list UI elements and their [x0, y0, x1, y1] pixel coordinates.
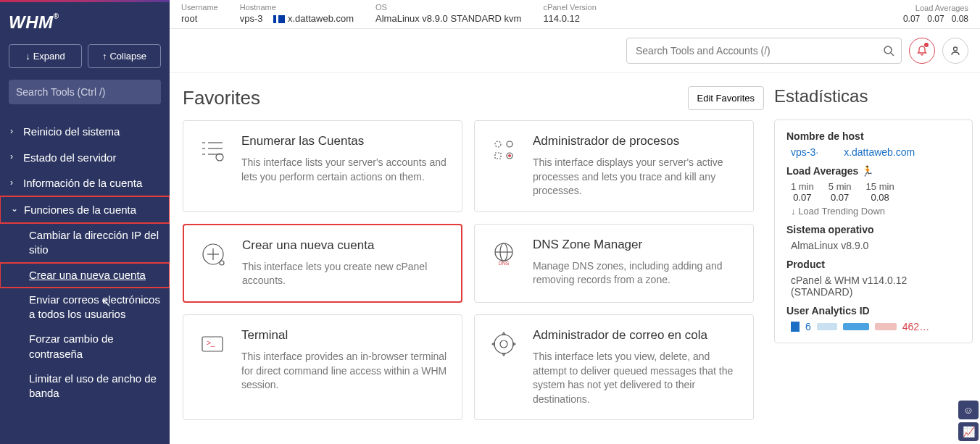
- chevron-right-icon: ›: [10, 126, 23, 138]
- expand-button[interactable]: ↓ Expand: [9, 44, 82, 68]
- dns-zone-icon: DNS: [488, 238, 520, 269]
- card-desc: This interface lists your server's accou…: [241, 156, 449, 184]
- sidebar-item-estado[interactable]: ›Estado del servidor: [0, 145, 170, 171]
- edit-favorites-button[interactable]: Edit Favorites: [688, 86, 764, 110]
- runner-icon: 🏃: [861, 165, 873, 177]
- favorites-title: Favorites: [183, 87, 688, 109]
- chevron-right-icon: ›: [10, 151, 23, 163]
- card-title: Crear una nueva cuenta: [242, 238, 448, 253]
- sidebar-item-info[interactable]: ›Información de la cuenta: [0, 170, 170, 196]
- stat-product-value: cPanel & WHM v114.0.12 (STANDARD): [791, 275, 960, 298]
- create-account-icon: [197, 238, 229, 270]
- svg-point-2: [954, 47, 958, 51]
- svg-rect-12: [495, 153, 501, 159]
- stat-ua-label: User Analytics ID: [786, 305, 960, 317]
- stat-trend: ↓ Load Trending Down: [791, 206, 960, 217]
- svg-point-10: [495, 141, 501, 147]
- sidebar-sub-enviar[interactable]: Enviar correos electrónicos a todos los …: [0, 288, 170, 327]
- sidebar-item-funciones[interactable]: ⌄Funciones de la cuenta: [0, 196, 170, 224]
- sidebar-sub-crear[interactable]: Crear una nueva cuenta: [0, 263, 170, 288]
- svg-point-0: [884, 46, 892, 54]
- user-button[interactable]: [942, 38, 968, 64]
- card-create-account[interactable]: Crear una nueva cuentaThis interface let…: [183, 224, 462, 303]
- stat-la-label: Load Averages 🏃: [786, 165, 960, 177]
- stats-toggle-button[interactable]: 📈: [958, 422, 979, 441]
- card-list-accounts[interactable]: Enumerar las CuentasThis interface lists…: [183, 120, 462, 212]
- card-dns-zone-manager[interactable]: DNS DNS Zone ManagerManage DNS zones, in…: [474, 224, 754, 303]
- notifications-button[interactable]: [909, 38, 935, 64]
- card-mail-queue[interactable]: Administrador de correo en colaThis inte…: [474, 314, 754, 420]
- svg-point-11: [507, 141, 512, 147]
- card-process-manager[interactable]: Administrador de procesosThis interface …: [474, 120, 754, 212]
- sidebar-sub-forzar[interactable]: Forzar cambio de contraseña: [0, 327, 170, 366]
- card-desc: This interface lets you create new cPane…: [242, 260, 448, 288]
- search-input[interactable]: [626, 38, 902, 64]
- stat-hostname-label: Nombre de host: [786, 130, 960, 142]
- stat-hostname-value[interactable]: vps-3· x.dattaweb.com: [791, 146, 960, 158]
- svg-text:DNS: DNS: [499, 261, 510, 266]
- chevron-right-icon: ›: [10, 177, 23, 189]
- card-desc: This interface lets you view, delete, an…: [533, 350, 740, 406]
- header-username: Usernameroot: [181, 3, 218, 24]
- card-title: Terminal: [241, 328, 449, 343]
- header-os: OSAlmaLinux v8.9.0 STANDARD kvm: [375, 3, 521, 24]
- whm-logo[interactable]: WHM®: [0, 2, 170, 38]
- arrow-down-icon: ↓: [791, 206, 796, 217]
- stat-os-label: Sistema operativo: [786, 224, 960, 235]
- stat-ua-row: 6 462…: [791, 321, 960, 332]
- chevron-down-icon: ⌄: [11, 204, 24, 215]
- arrow-down-icon: ↓: [25, 51, 30, 62]
- card-desc: Manage DNS zones, including adding and r…: [533, 259, 740, 288]
- list-accounts-icon: [196, 134, 228, 166]
- header-hostname: Hostnamevps-3 x.dattaweb.com: [240, 3, 354, 24]
- svg-point-18: [220, 261, 224, 265]
- arrow-up-icon: ↑: [102, 51, 107, 62]
- stat-product-label: Product: [786, 259, 960, 270]
- sidebar-sub-limitar[interactable]: Limitar el uso de ancho de banda: [0, 366, 170, 406]
- card-title: Enumerar las Cuentas: [241, 134, 449, 148]
- svg-point-25: [494, 335, 513, 353]
- collapse-button[interactable]: ↑ Collapse: [88, 44, 161, 68]
- stat-os-value: AlmaLinux v8.9.0: [791, 240, 960, 251]
- card-terminal[interactable]: >_ TerminalThis interface provides an in…: [183, 314, 462, 420]
- stat-la-values: 1 min0.07 5 min0.07 15 min0.08: [791, 181, 960, 203]
- stats-title: Estadísticas: [774, 86, 973, 106]
- card-desc: This interface provides an in-browser te…: [241, 350, 449, 393]
- sidebar-sub-cambiar[interactable]: Cambiar la dirección IP del sitio: [0, 223, 170, 263]
- mail-queue-icon: [488, 328, 520, 360]
- process-manager-icon: [488, 134, 520, 166]
- clipboard-icon[interactable]: [791, 322, 800, 332]
- terminal-icon: >_: [196, 328, 228, 360]
- svg-text:>_: >_: [207, 339, 215, 347]
- card-desc: This interface displays your server's ac…: [533, 156, 740, 198]
- header-load-averages: Load Averages0.070.070.08: [903, 4, 968, 24]
- header-cpanel-version: cPanel Version114.0.12: [543, 3, 596, 24]
- svg-point-26: [500, 340, 507, 348]
- search-icon[interactable]: [883, 45, 894, 56]
- feedback-button[interactable]: ☺: [958, 401, 979, 419]
- notification-dot-icon: [924, 43, 929, 47]
- card-title: Administrador de correo en cola: [533, 328, 740, 343]
- flag-icon: [273, 15, 285, 23]
- sidebar-item-reinicio[interactable]: ›Reinicio del sistema: [0, 119, 170, 145]
- svg-point-14: [508, 154, 511, 157]
- svg-line-1: [891, 53, 894, 56]
- card-title: DNS Zone Manager: [533, 238, 740, 252]
- sidebar-search-input[interactable]: [9, 80, 161, 104]
- card-title: Administrador de procesos: [533, 134, 740, 148]
